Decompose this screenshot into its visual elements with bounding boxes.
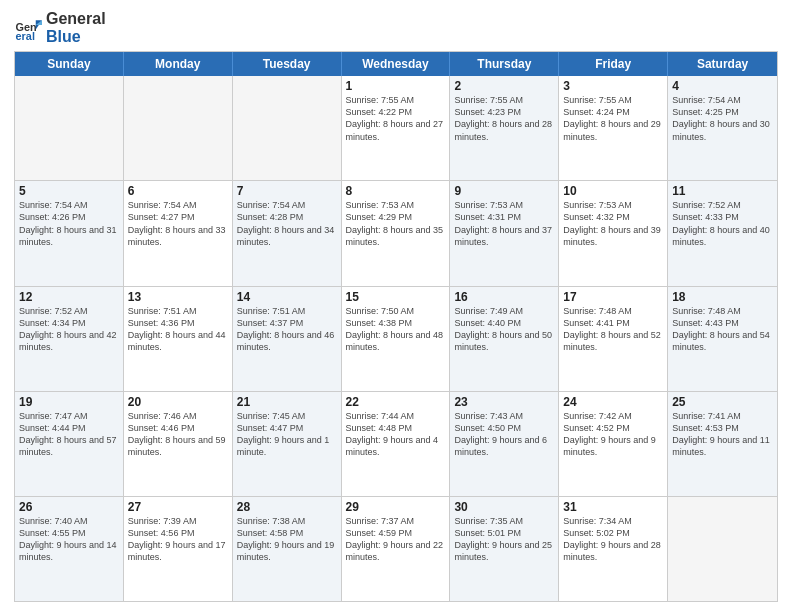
- day-cell-15: 15Sunrise: 7:50 AM Sunset: 4:38 PM Dayli…: [342, 287, 451, 391]
- day-cell-1: 1Sunrise: 7:55 AM Sunset: 4:22 PM Daylig…: [342, 76, 451, 180]
- day-info: Sunrise: 7:35 AM Sunset: 5:01 PM Dayligh…: [454, 515, 554, 564]
- header-cell-tuesday: Tuesday: [233, 52, 342, 76]
- day-number: 9: [454, 184, 554, 198]
- day-info: Sunrise: 7:47 AM Sunset: 4:44 PM Dayligh…: [19, 410, 119, 459]
- day-info: Sunrise: 7:55 AM Sunset: 4:24 PM Dayligh…: [563, 94, 663, 143]
- day-cell-7: 7Sunrise: 7:54 AM Sunset: 4:28 PM Daylig…: [233, 181, 342, 285]
- day-number: 10: [563, 184, 663, 198]
- day-number: 29: [346, 500, 446, 514]
- day-info: Sunrise: 7:43 AM Sunset: 4:50 PM Dayligh…: [454, 410, 554, 459]
- day-number: 8: [346, 184, 446, 198]
- day-cell-25: 25Sunrise: 7:41 AM Sunset: 4:53 PM Dayli…: [668, 392, 777, 496]
- day-number: 1: [346, 79, 446, 93]
- day-info: Sunrise: 7:37 AM Sunset: 4:59 PM Dayligh…: [346, 515, 446, 564]
- day-cell-8: 8Sunrise: 7:53 AM Sunset: 4:29 PM Daylig…: [342, 181, 451, 285]
- week-row-3: 12Sunrise: 7:52 AM Sunset: 4:34 PM Dayli…: [15, 287, 777, 392]
- day-number: 31: [563, 500, 663, 514]
- day-number: 21: [237, 395, 337, 409]
- day-info: Sunrise: 7:34 AM Sunset: 5:02 PM Dayligh…: [563, 515, 663, 564]
- day-cell-5: 5Sunrise: 7:54 AM Sunset: 4:26 PM Daylig…: [15, 181, 124, 285]
- day-number: 2: [454, 79, 554, 93]
- empty-cell: [124, 76, 233, 180]
- day-number: 17: [563, 290, 663, 304]
- day-number: 3: [563, 79, 663, 93]
- day-cell-26: 26Sunrise: 7:40 AM Sunset: 4:55 PM Dayli…: [15, 497, 124, 601]
- empty-cell: [233, 76, 342, 180]
- day-number: 25: [672, 395, 773, 409]
- day-number: 28: [237, 500, 337, 514]
- day-info: Sunrise: 7:53 AM Sunset: 4:31 PM Dayligh…: [454, 199, 554, 248]
- logo: Gen eral General Blue: [14, 10, 106, 45]
- day-info: Sunrise: 7:50 AM Sunset: 4:38 PM Dayligh…: [346, 305, 446, 354]
- day-info: Sunrise: 7:46 AM Sunset: 4:46 PM Dayligh…: [128, 410, 228, 459]
- day-info: Sunrise: 7:45 AM Sunset: 4:47 PM Dayligh…: [237, 410, 337, 459]
- day-info: Sunrise: 7:48 AM Sunset: 4:41 PM Dayligh…: [563, 305, 663, 354]
- day-number: 27: [128, 500, 228, 514]
- day-cell-16: 16Sunrise: 7:49 AM Sunset: 4:40 PM Dayli…: [450, 287, 559, 391]
- day-cell-2: 2Sunrise: 7:55 AM Sunset: 4:23 PM Daylig…: [450, 76, 559, 180]
- day-info: Sunrise: 7:52 AM Sunset: 4:33 PM Dayligh…: [672, 199, 773, 248]
- day-cell-20: 20Sunrise: 7:46 AM Sunset: 4:46 PM Dayli…: [124, 392, 233, 496]
- day-cell-30: 30Sunrise: 7:35 AM Sunset: 5:01 PM Dayli…: [450, 497, 559, 601]
- header-cell-thursday: Thursday: [450, 52, 559, 76]
- day-number: 24: [563, 395, 663, 409]
- day-cell-31: 31Sunrise: 7:34 AM Sunset: 5:02 PM Dayli…: [559, 497, 668, 601]
- day-info: Sunrise: 7:54 AM Sunset: 4:28 PM Dayligh…: [237, 199, 337, 248]
- day-info: Sunrise: 7:44 AM Sunset: 4:48 PM Dayligh…: [346, 410, 446, 459]
- calendar: SundayMondayTuesdayWednesdayThursdayFrid…: [14, 51, 778, 602]
- day-info: Sunrise: 7:41 AM Sunset: 4:53 PM Dayligh…: [672, 410, 773, 459]
- day-cell-9: 9Sunrise: 7:53 AM Sunset: 4:31 PM Daylig…: [450, 181, 559, 285]
- day-cell-6: 6Sunrise: 7:54 AM Sunset: 4:27 PM Daylig…: [124, 181, 233, 285]
- day-number: 5: [19, 184, 119, 198]
- day-cell-22: 22Sunrise: 7:44 AM Sunset: 4:48 PM Dayli…: [342, 392, 451, 496]
- day-cell-24: 24Sunrise: 7:42 AM Sunset: 4:52 PM Dayli…: [559, 392, 668, 496]
- day-number: 15: [346, 290, 446, 304]
- day-number: 14: [237, 290, 337, 304]
- day-number: 20: [128, 395, 228, 409]
- day-number: 11: [672, 184, 773, 198]
- day-number: 19: [19, 395, 119, 409]
- day-info: Sunrise: 7:38 AM Sunset: 4:58 PM Dayligh…: [237, 515, 337, 564]
- logo-blue-text: Blue: [46, 28, 106, 46]
- day-info: Sunrise: 7:53 AM Sunset: 4:29 PM Dayligh…: [346, 199, 446, 248]
- day-cell-19: 19Sunrise: 7:47 AM Sunset: 4:44 PM Dayli…: [15, 392, 124, 496]
- header-cell-monday: Monday: [124, 52, 233, 76]
- header-cell-sunday: Sunday: [15, 52, 124, 76]
- day-info: Sunrise: 7:55 AM Sunset: 4:23 PM Dayligh…: [454, 94, 554, 143]
- empty-cell: [668, 497, 777, 601]
- day-info: Sunrise: 7:54 AM Sunset: 4:27 PM Dayligh…: [128, 199, 228, 248]
- logo-icon: Gen eral: [14, 14, 42, 42]
- day-cell-3: 3Sunrise: 7:55 AM Sunset: 4:24 PM Daylig…: [559, 76, 668, 180]
- day-cell-23: 23Sunrise: 7:43 AM Sunset: 4:50 PM Dayli…: [450, 392, 559, 496]
- week-row-4: 19Sunrise: 7:47 AM Sunset: 4:44 PM Dayli…: [15, 392, 777, 497]
- day-number: 7: [237, 184, 337, 198]
- day-cell-4: 4Sunrise: 7:54 AM Sunset: 4:25 PM Daylig…: [668, 76, 777, 180]
- day-info: Sunrise: 7:51 AM Sunset: 4:36 PM Dayligh…: [128, 305, 228, 354]
- day-number: 23: [454, 395, 554, 409]
- day-number: 6: [128, 184, 228, 198]
- day-number: 4: [672, 79, 773, 93]
- day-info: Sunrise: 7:54 AM Sunset: 4:26 PM Dayligh…: [19, 199, 119, 248]
- calendar-header-row: SundayMondayTuesdayWednesdayThursdayFrid…: [15, 52, 777, 76]
- header-cell-wednesday: Wednesday: [342, 52, 451, 76]
- day-cell-21: 21Sunrise: 7:45 AM Sunset: 4:47 PM Dayli…: [233, 392, 342, 496]
- day-cell-18: 18Sunrise: 7:48 AM Sunset: 4:43 PM Dayli…: [668, 287, 777, 391]
- day-cell-14: 14Sunrise: 7:51 AM Sunset: 4:37 PM Dayli…: [233, 287, 342, 391]
- day-cell-27: 27Sunrise: 7:39 AM Sunset: 4:56 PM Dayli…: [124, 497, 233, 601]
- day-info: Sunrise: 7:53 AM Sunset: 4:32 PM Dayligh…: [563, 199, 663, 248]
- logo-general-text: General: [46, 10, 106, 28]
- day-number: 13: [128, 290, 228, 304]
- day-info: Sunrise: 7:42 AM Sunset: 4:52 PM Dayligh…: [563, 410, 663, 459]
- calendar-body: 1Sunrise: 7:55 AM Sunset: 4:22 PM Daylig…: [15, 76, 777, 601]
- day-info: Sunrise: 7:40 AM Sunset: 4:55 PM Dayligh…: [19, 515, 119, 564]
- week-row-2: 5Sunrise: 7:54 AM Sunset: 4:26 PM Daylig…: [15, 181, 777, 286]
- week-row-1: 1Sunrise: 7:55 AM Sunset: 4:22 PM Daylig…: [15, 76, 777, 181]
- day-cell-12: 12Sunrise: 7:52 AM Sunset: 4:34 PM Dayli…: [15, 287, 124, 391]
- day-info: Sunrise: 7:51 AM Sunset: 4:37 PM Dayligh…: [237, 305, 337, 354]
- day-info: Sunrise: 7:55 AM Sunset: 4:22 PM Dayligh…: [346, 94, 446, 143]
- day-cell-17: 17Sunrise: 7:48 AM Sunset: 4:41 PM Dayli…: [559, 287, 668, 391]
- day-info: Sunrise: 7:48 AM Sunset: 4:43 PM Dayligh…: [672, 305, 773, 354]
- day-info: Sunrise: 7:39 AM Sunset: 4:56 PM Dayligh…: [128, 515, 228, 564]
- header-cell-saturday: Saturday: [668, 52, 777, 76]
- day-number: 26: [19, 500, 119, 514]
